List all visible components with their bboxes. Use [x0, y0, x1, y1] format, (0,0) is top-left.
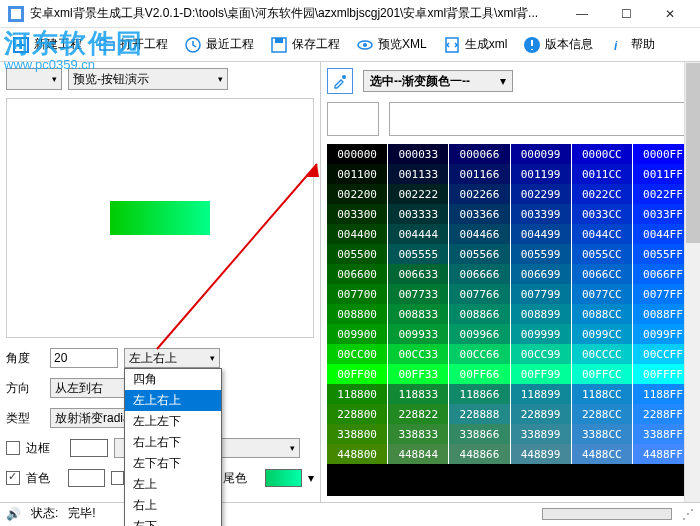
- color-cell[interactable]: 448800: [327, 444, 388, 464]
- color-cell[interactable]: 228822: [388, 404, 449, 424]
- color-cell[interactable]: 002299: [511, 184, 572, 204]
- help-button[interactable]: i帮助: [603, 33, 661, 57]
- color-cell[interactable]: 0066CC: [572, 264, 633, 284]
- version-info-button[interactable]: 版本信息: [517, 33, 599, 57]
- color-cell[interactable]: 00CCCC: [572, 344, 633, 364]
- color-cell[interactable]: 009999: [511, 324, 572, 344]
- color-cell[interactable]: 00FF66: [449, 364, 510, 384]
- color-cell[interactable]: 00CC33: [388, 344, 449, 364]
- direction-option[interactable]: 四角: [125, 369, 221, 390]
- color-cell[interactable]: 002266: [449, 184, 510, 204]
- color-cell[interactable]: 005566: [449, 244, 510, 264]
- color-cell[interactable]: 007733: [388, 284, 449, 304]
- preview-xml-button[interactable]: 预览XML: [350, 33, 433, 57]
- color-swatch-wide[interactable]: [389, 102, 694, 136]
- color-cell[interactable]: 00FF00: [327, 364, 388, 384]
- color-cell[interactable]: 0044CC: [572, 224, 633, 244]
- color-cell[interactable]: 007700: [327, 284, 388, 304]
- color-cell[interactable]: 004400: [327, 224, 388, 244]
- color-cell[interactable]: 001133: [388, 164, 449, 184]
- direction-select[interactable]: 左上右上▾ 四角左上右上左上左下右上右下左下右下左上右上左下右下: [124, 348, 220, 368]
- border-color[interactable]: [70, 439, 108, 457]
- color-cell[interactable]: 005599: [511, 244, 572, 264]
- color-cell[interactable]: 007766: [449, 284, 510, 304]
- color-cell[interactable]: 002222: [388, 184, 449, 204]
- color-cell[interactable]: 008899: [511, 304, 572, 324]
- color-cell[interactable]: 006699: [511, 264, 572, 284]
- color-cell[interactable]: 448899: [511, 444, 572, 464]
- color-cell[interactable]: 118866: [449, 384, 510, 404]
- color-cell[interactable]: 0077CC: [572, 284, 633, 304]
- color-cell[interactable]: 003366: [449, 204, 510, 224]
- border-style[interactable]: ▾: [210, 438, 300, 458]
- color-cell[interactable]: 448866: [449, 444, 510, 464]
- color-cell[interactable]: 448844: [388, 444, 449, 464]
- preview-mode-dropdown-1[interactable]: ▾: [6, 68, 62, 90]
- color-cell[interactable]: 118899: [511, 384, 572, 404]
- color-cell[interactable]: 2288CC: [572, 404, 633, 424]
- color-cell[interactable]: 001199: [511, 164, 572, 184]
- direction-option[interactable]: 左上右上: [125, 390, 221, 411]
- color-cell[interactable]: 006666: [449, 264, 510, 284]
- new-project-button[interactable]: 新建工程: [6, 33, 88, 57]
- color-cell[interactable]: 00CC66: [449, 344, 510, 364]
- close-button[interactable]: ✕: [648, 0, 692, 28]
- primary-checkbox[interactable]: [6, 471, 20, 485]
- color-cell[interactable]: 0088CC: [572, 304, 633, 324]
- color-cell[interactable]: 3388CC: [572, 424, 633, 444]
- generate-xml-button[interactable]: 生成xml: [437, 33, 514, 57]
- color-cell[interactable]: 006633: [388, 264, 449, 284]
- color-cell[interactable]: 0000CC: [572, 144, 633, 164]
- color-cell[interactable]: 228899: [511, 404, 572, 424]
- color-cell[interactable]: 003399: [511, 204, 572, 224]
- recent-project-button[interactable]: 最近工程: [178, 33, 260, 57]
- color-cell[interactable]: 118833: [388, 384, 449, 404]
- color-cell[interactable]: 000099: [511, 144, 572, 164]
- preview-mode-dropdown-2[interactable]: 预览-按钮演示▾: [68, 68, 228, 90]
- border-checkbox[interactable]: [6, 441, 20, 455]
- primary-color[interactable]: [68, 469, 105, 487]
- color-cell[interactable]: 338800: [327, 424, 388, 444]
- color-cell[interactable]: 004466: [449, 224, 510, 244]
- color-cell[interactable]: 001166: [449, 164, 510, 184]
- color-cell[interactable]: 005500: [327, 244, 388, 264]
- color-cell[interactable]: 228800: [327, 404, 388, 424]
- color-cell[interactable]: 008833: [388, 304, 449, 324]
- color-cell[interactable]: 009966: [449, 324, 510, 344]
- vertical-scrollbar[interactable]: [684, 62, 700, 502]
- color-cell[interactable]: 004444: [388, 224, 449, 244]
- color-cell[interactable]: 008800: [327, 304, 388, 324]
- color-cell[interactable]: 228888: [449, 404, 510, 424]
- color-cell[interactable]: 0011CC: [572, 164, 633, 184]
- color-cell[interactable]: 000033: [388, 144, 449, 164]
- color-cell[interactable]: 118800: [327, 384, 388, 404]
- direction-option[interactable]: 左下右下: [125, 453, 221, 474]
- color-cell[interactable]: 338899: [511, 424, 572, 444]
- tail-color[interactable]: [265, 469, 302, 487]
- color-cell[interactable]: 0099CC: [572, 324, 633, 344]
- minimize-button[interactable]: —: [560, 0, 604, 28]
- color-cell[interactable]: 005555: [388, 244, 449, 264]
- color-cell[interactable]: 009900: [327, 324, 388, 344]
- color-cell[interactable]: 00FF99: [511, 364, 572, 384]
- color-cell[interactable]: 007799: [511, 284, 572, 304]
- color-cell[interactable]: 003300: [327, 204, 388, 224]
- direction-option[interactable]: 左上左下: [125, 411, 221, 432]
- color-target-select[interactable]: 选中--渐变颜色一--▾: [363, 70, 513, 92]
- direction-option[interactable]: 左下: [125, 516, 221, 526]
- color-cell[interactable]: 009933: [388, 324, 449, 344]
- color-cell[interactable]: 0022CC: [572, 184, 633, 204]
- open-project-button[interactable]: 打开工程: [92, 33, 174, 57]
- eyedropper-button[interactable]: [327, 68, 353, 94]
- color-cell[interactable]: 001100: [327, 164, 388, 184]
- mid-checkbox[interactable]: [111, 471, 125, 485]
- color-cell[interactable]: 0055CC: [572, 244, 633, 264]
- color-cell[interactable]: 00FFCC: [572, 364, 633, 384]
- color-cell[interactable]: 003333: [388, 204, 449, 224]
- direction-option[interactable]: 右上: [125, 495, 221, 516]
- sound-icon[interactable]: 🔊: [6, 507, 21, 521]
- color-cell[interactable]: 338866: [449, 424, 510, 444]
- color-cell[interactable]: 00CC99: [511, 344, 572, 364]
- color-cell[interactable]: 002200: [327, 184, 388, 204]
- color-cell[interactable]: 004499: [511, 224, 572, 244]
